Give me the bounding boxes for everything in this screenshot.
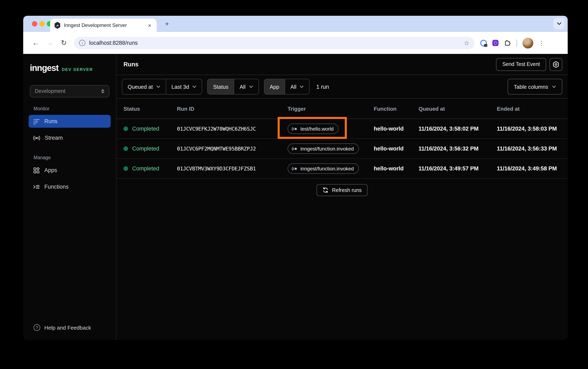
browser-tab[interactable]: Inngest Development Server × — [50, 19, 157, 32]
trigger-badge[interactable]: test/hello.world — [288, 123, 339, 134]
tab-search-chevron-button[interactable] — [553, 18, 565, 30]
environment-selector[interactable]: Development — [30, 85, 110, 97]
sidebar-item-functions[interactable]: Functions — [29, 180, 111, 193]
queued-at-filter-label: Queued at — [128, 83, 153, 90]
bookmark-star-icon[interactable]: ☆ — [464, 39, 469, 47]
status-filter-value[interactable]: All — [234, 79, 258, 94]
time-filter-group: Queued at Last 3d — [122, 79, 202, 94]
browser-window: Inngest Development Server × + ← → ↻ i l… — [23, 16, 568, 340]
sidebar-item-label: Apps — [44, 167, 57, 173]
trigger-badge[interactable]: inngest/function.invoked — [288, 163, 359, 174]
chevron-down-icon — [156, 85, 160, 88]
queued-at-value: 11/16/2024, 3:56:32 PM — [419, 145, 497, 152]
status-filter-group: Status All — [207, 79, 259, 94]
refresh-runs-button[interactable]: Refresh runs — [317, 184, 367, 196]
browser-toolbar: ← → ↻ i localhost:8288/runs ☆ ⋮ — [23, 32, 568, 54]
send-test-event-button[interactable]: Send Test Event — [496, 58, 546, 71]
run-count: 1 run — [316, 83, 329, 90]
col-function: Function — [374, 105, 419, 112]
main-content: Runs Send Test Event — [116, 54, 568, 340]
filter-bar: Queued at Last 3d Status All — [116, 75, 568, 99]
queued-at-value: 11/16/2024, 3:49:57 PM — [419, 165, 497, 172]
page-header: Runs Send Test Event — [116, 54, 568, 75]
run-id: 01JCVBTMV3WXY9D3CFDEJFZSB1 — [177, 165, 288, 172]
new-tab-button[interactable]: + — [163, 20, 171, 28]
app-filter-label: App — [264, 79, 284, 94]
forward-icon[interactable]: → — [43, 36, 57, 50]
ended-at-value: 11/16/2024, 3:56:33 PM — [497, 145, 568, 152]
table-header: Status Run ID Trigger Function Queued at… — [116, 99, 568, 119]
status-badge: Completed — [132, 165, 159, 172]
status-dot — [123, 126, 128, 131]
app-filter-group: App All — [264, 79, 309, 94]
chevron-down-icon — [249, 85, 253, 88]
sidebar-item-label: Stream — [45, 135, 63, 141]
sidebar-item-label: Runs — [44, 118, 57, 124]
extensions-puzzle-icon[interactable] — [504, 39, 511, 46]
col-status: Status — [123, 105, 177, 112]
sidebar-item-stream[interactable]: Stream — [29, 132, 111, 144]
inngest-app: inngest DEV SERVER Development Monitor — [23, 54, 568, 340]
col-run-id: Run ID — [177, 105, 288, 112]
password-manager-extension-icon[interactable] — [480, 40, 487, 46]
browser-menu-icon[interactable]: ⋮ — [538, 40, 544, 46]
table-columns-button[interactable]: Table columns — [508, 79, 562, 94]
screenshot-stage: Inngest Development Server × + ← → ↻ i l… — [0, 0, 588, 369]
sidebar: inngest DEV SERVER Development Monitor — [23, 54, 116, 340]
reload-icon[interactable]: ↻ — [57, 36, 71, 50]
trigger-badge[interactable]: inngest/function.invoked — [288, 144, 359, 154]
sidebar-item-label: Functions — [44, 184, 69, 190]
close-tab-icon[interactable]: × — [147, 22, 152, 28]
function-name: hello-world — [374, 126, 419, 132]
status-badge: Completed — [132, 126, 159, 132]
col-trigger: Trigger — [288, 105, 374, 112]
table-row[interactable]: Completed 01JCVBTMV3WXY9D3CFDEJFZSB1 inn… — [116, 159, 568, 179]
apps-grid-icon — [33, 167, 40, 174]
event-trigger-icon — [292, 166, 298, 171]
page-title: Runs — [123, 61, 139, 68]
table-row[interactable]: Completed 01JCVC6PF2MQNMTWE95BBRZPJ2 inn… — [116, 139, 568, 159]
help-and-feedback[interactable]: ? Help and Feedback — [23, 324, 116, 340]
ended-at-value: 11/16/2024, 3:49:58 PM — [497, 165, 568, 172]
status-filter-label: Status — [208, 79, 234, 94]
col-queued-at: Queued at — [419, 105, 497, 112]
table-row[interactable]: Completed 01JCVC9EFKJ2W70WQHC6ZH6SJC tes… — [116, 119, 568, 139]
settings-button[interactable] — [549, 58, 562, 71]
gear-icon — [552, 61, 559, 68]
chevron-down-icon — [552, 85, 556, 88]
functions-icon — [33, 184, 40, 190]
site-info-icon[interactable]: i — [79, 40, 85, 46]
status-dot — [123, 146, 128, 151]
function-name: hello-world — [374, 165, 419, 172]
stream-broadcast-icon — [33, 134, 40, 141]
refresh-icon — [322, 187, 329, 193]
url-text[interactable]: localhost:8288/runs — [89, 40, 460, 46]
back-icon[interactable]: ← — [29, 36, 43, 50]
toolbar-extensions: ⋮ — [480, 38, 544, 48]
browser-tab-strip: Inngest Development Server × + — [23, 16, 568, 32]
sidebar-item-runs[interactable]: Runs — [29, 115, 111, 128]
ended-at-value: 11/16/2024, 3:58:03 PM — [497, 126, 568, 132]
run-id: 01JCVC9EFKJ2W70WQHC6ZH6SJC — [177, 126, 288, 132]
time-range-filter[interactable]: Last 3d — [166, 79, 202, 94]
minimize-window-button[interactable] — [39, 21, 45, 27]
function-name: hello-world — [374, 145, 419, 152]
queued-at-filter[interactable]: Queued at — [122, 79, 166, 94]
run-id: 01JCVC6PF2MQNMTWE95BBRZPJ2 — [177, 145, 288, 152]
app-filter-value[interactable]: All — [285, 79, 309, 94]
event-trigger-icon — [292, 146, 298, 151]
sidebar-item-apps[interactable]: Apps — [29, 164, 111, 177]
chevron-down-icon — [300, 85, 304, 88]
close-window-button[interactable] — [32, 21, 37, 27]
tab-title: Inngest Development Server — [64, 22, 144, 28]
status-dot — [123, 166, 128, 171]
help-icon: ? — [34, 324, 40, 331]
toolbar-separator — [516, 39, 517, 47]
queued-at-value: 11/16/2024, 3:58:02 PM — [419, 126, 497, 132]
status-badge: Completed — [132, 145, 159, 152]
profile-avatar[interactable] — [522, 38, 533, 48]
purple-extension-icon[interactable] — [492, 40, 498, 46]
address-bar[interactable]: i localhost:8288/runs ☆ — [74, 37, 474, 49]
select-chevrons-icon — [101, 89, 104, 93]
time-range-value: Last 3d — [171, 83, 189, 90]
